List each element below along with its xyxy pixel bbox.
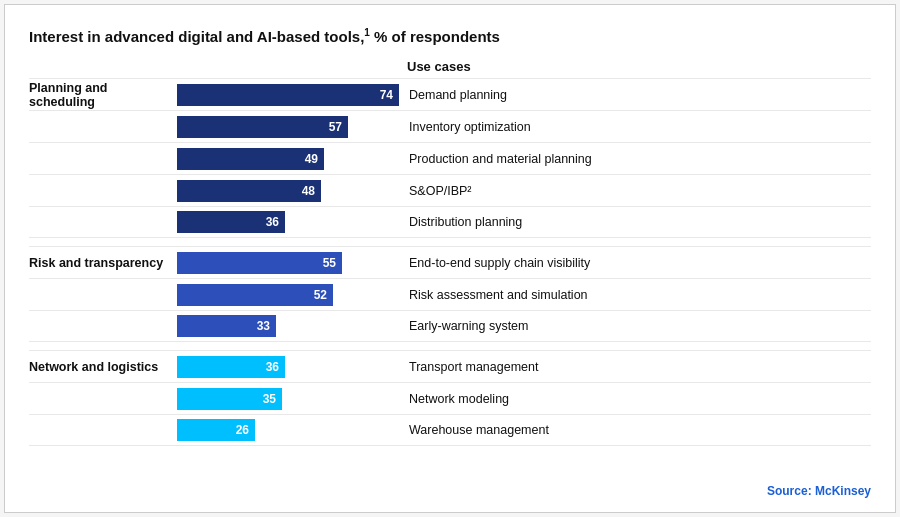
title-main: Interest in advanced digital and AI-base… (29, 28, 364, 45)
bar: 52 (177, 284, 333, 306)
table-row: 49Production and material planning (29, 142, 871, 174)
bar-cell: 36 (177, 356, 399, 378)
bar-value: 33 (257, 319, 270, 333)
use-case-label: Risk assessment and simulation (399, 288, 871, 302)
table-row: Planning and scheduling74Demand planning (29, 78, 871, 110)
bar-value: 52 (314, 288, 327, 302)
table-row: 36Distribution planning (29, 206, 871, 238)
group-1: Risk and transparency55End-to-end supply… (29, 246, 871, 342)
col-header-spacer (29, 59, 399, 74)
table-row: 26Warehouse management (29, 414, 871, 446)
bar: 33 (177, 315, 276, 337)
bar: 48 (177, 180, 321, 202)
bar: 49 (177, 148, 324, 170)
table-row: Network and logistics36Transport managem… (29, 350, 871, 382)
bar-cell: 33 (177, 315, 399, 337)
table-row: 35Network modeling (29, 382, 871, 414)
bar-value: 57 (329, 120, 342, 134)
table-row: Risk and transparency55End-to-end supply… (29, 246, 871, 278)
bar: 74 (177, 84, 399, 106)
bar-value: 35 (263, 392, 276, 406)
use-case-label: End-to-end supply chain visibility (399, 256, 871, 270)
use-case-label: Production and material planning (399, 152, 871, 166)
use-case-label: S&OP/IBP² (399, 184, 871, 198)
bar-value: 74 (380, 88, 393, 102)
bar-value: 55 (323, 256, 336, 270)
group-label-1: Risk and transparency (29, 256, 177, 270)
source-label: Source: McKinsey (767, 484, 871, 498)
table-row: 52Risk assessment and simulation (29, 278, 871, 310)
use-case-label: Transport management (399, 360, 871, 374)
bar-value: 26 (236, 423, 249, 437)
group-label-2: Network and logistics (29, 360, 177, 374)
bar: 35 (177, 388, 282, 410)
bar-cell: 48 (177, 180, 399, 202)
bar-cell: 57 (177, 116, 399, 138)
group-0: Planning and scheduling74Demand planning… (29, 78, 871, 238)
bar-value: 49 (305, 152, 318, 166)
bar-value: 36 (266, 360, 279, 374)
bar-cell: 49 (177, 148, 399, 170)
bar: 36 (177, 211, 285, 233)
title-suffix: % of respondents (370, 28, 500, 45)
table-row: 33Early-warning system (29, 310, 871, 342)
use-case-label: Network modeling (399, 392, 871, 406)
bar-cell: 74 (177, 84, 399, 106)
use-cases-header: Use cases (399, 59, 471, 74)
columns-header: Use cases (29, 59, 871, 74)
use-case-label: Warehouse management (399, 423, 871, 437)
bar: 26 (177, 419, 255, 441)
chart-body: Planning and scheduling74Demand planning… (29, 78, 871, 448)
bar-value: 36 (266, 215, 279, 229)
use-case-label: Inventory optimization (399, 120, 871, 134)
use-case-label: Distribution planning (399, 215, 871, 229)
bar-cell: 35 (177, 388, 399, 410)
bar-cell: 36 (177, 211, 399, 233)
bar-cell: 52 (177, 284, 399, 306)
group-label-0: Planning and scheduling (29, 81, 177, 109)
group-2: Network and logistics36Transport managem… (29, 350, 871, 446)
bar: 55 (177, 252, 342, 274)
chart-title: Interest in advanced digital and AI-base… (29, 27, 871, 45)
bar: 57 (177, 116, 348, 138)
bar-value: 48 (302, 184, 315, 198)
chart-container: Interest in advanced digital and AI-base… (4, 4, 896, 513)
table-row: 48S&OP/IBP² (29, 174, 871, 206)
use-case-label: Early-warning system (399, 319, 871, 333)
table-row: 57Inventory optimization (29, 110, 871, 142)
bar-cell: 55 (177, 252, 399, 274)
bar-cell: 26 (177, 419, 399, 441)
bar: 36 (177, 356, 285, 378)
use-case-label: Demand planning (399, 88, 871, 102)
